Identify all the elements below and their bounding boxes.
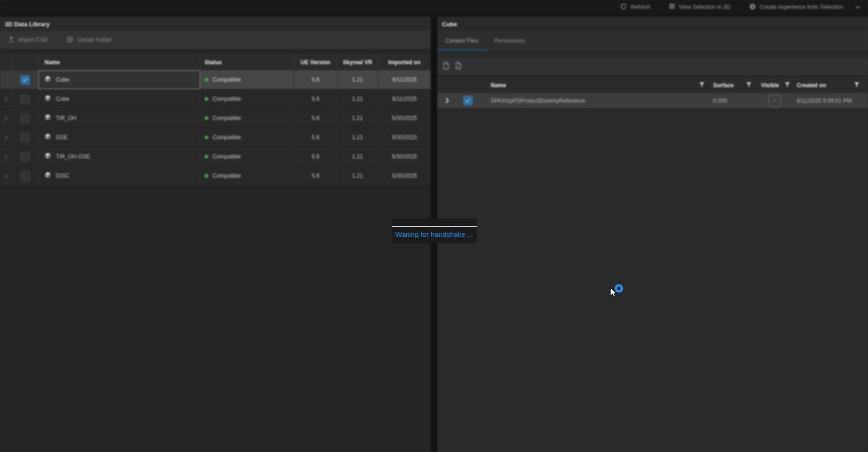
content-file-name: SPAXIcpPSProductDummyReference xyxy=(479,98,708,104)
imported-on-value: 5/30/2025 xyxy=(378,147,431,166)
table-row[interactable]: SPAXIcpPSProductDummyReference 0.000 8/1… xyxy=(437,93,868,109)
column-header-skyreal-vr[interactable]: Skyreal VR xyxy=(337,54,378,70)
view-selection-3d-button[interactable]: View Selection in 3D xyxy=(669,3,731,11)
filter-icon[interactable] xyxy=(854,82,860,89)
cube-icon xyxy=(45,152,51,161)
asset-name: GSE xyxy=(56,134,68,141)
upload-icon xyxy=(8,36,14,44)
table-row[interactable]: Cube Compatible 5.6 1.21 8/11/2025 xyxy=(0,90,431,109)
app-window: Refresh View Selection in 3D Create expe… xyxy=(0,0,868,452)
ue-version-value: 5.6 xyxy=(294,70,337,89)
grid-icon xyxy=(669,3,675,11)
cube-icon xyxy=(45,95,51,103)
content-files-table-header: Name Surface Visible xyxy=(437,78,868,93)
column-header-imported-on[interactable]: Imported on xyxy=(378,54,431,70)
view-selection-3d-label: View Selection in 3D xyxy=(679,4,731,10)
column-header-visible[interactable]: Visible xyxy=(761,82,779,89)
spacer xyxy=(437,51,868,58)
column-header-name[interactable]: Name xyxy=(38,54,201,70)
create-folder-label: Create Folder xyxy=(77,37,112,43)
table-row[interactable]: GSE Compatible 5.6 1.21 5/30/2025 xyxy=(0,128,431,147)
visible-checkbox[interactable] xyxy=(768,94,781,107)
status-label: Compatible xyxy=(213,173,241,179)
skyreal-vr-value: 1.21 xyxy=(337,90,378,108)
file-copy-icon-button[interactable] xyxy=(455,62,461,71)
row-checkbox[interactable] xyxy=(20,133,30,143)
surface-value: 0.000 xyxy=(708,98,755,104)
status-dot xyxy=(205,155,208,158)
expand-chevron-icon[interactable] xyxy=(5,173,8,179)
check-icon xyxy=(465,98,471,103)
expand-chevron-icon[interactable] xyxy=(5,97,8,102)
spacer xyxy=(0,49,431,54)
column-header-ue-version[interactable]: UE Version xyxy=(294,54,337,70)
create-experience-label: Create experience from Selection xyxy=(760,4,843,10)
tab-content-files[interactable]: Content Files xyxy=(437,31,487,51)
import-cad-button[interactable]: Import CAD xyxy=(8,36,48,44)
filter-icon[interactable] xyxy=(699,82,705,89)
table-row[interactable]: TIR_OH Compatible 5.6 1.21 5/30/2025 xyxy=(0,109,431,128)
status-dot xyxy=(205,116,208,120)
column-header-status[interactable]: Status xyxy=(201,54,294,70)
create-experience-button[interactable]: Create experience from Selection xyxy=(749,3,843,11)
cube-icon xyxy=(45,133,51,142)
ue-version-value: 5.6 xyxy=(294,166,337,185)
topbar-dropdown-button[interactable] xyxy=(855,4,860,10)
status-dot xyxy=(205,136,208,139)
content-files-toolbar xyxy=(437,58,868,75)
row-checkbox[interactable] xyxy=(20,113,30,123)
file-icon-button[interactable] xyxy=(443,62,449,71)
imported-on-value: 8/11/2025 xyxy=(378,70,431,89)
status-dot xyxy=(205,174,208,178)
expand-chevron-icon[interactable] xyxy=(5,116,8,121)
ue-version-value: 5.6 xyxy=(294,128,337,147)
column-header-surface[interactable]: Surface xyxy=(713,82,734,89)
row-checkbox[interactable] xyxy=(20,171,30,181)
status-dot xyxy=(205,78,208,82)
handshake-popup: Waiting for handshake ... xyxy=(392,218,477,243)
refresh-button[interactable]: Refresh xyxy=(620,3,650,11)
status-label: Compatible xyxy=(213,134,241,141)
refresh-label: Refresh xyxy=(631,4,650,10)
asset-name: TIR_OH xyxy=(56,115,76,121)
detail-tabbar: Content Files Permissions xyxy=(437,31,868,51)
asset-name: Cube xyxy=(56,96,69,102)
asset-name: DISC xyxy=(56,173,69,179)
import-cad-label: Import CAD xyxy=(18,37,48,43)
row-checkbox[interactable] xyxy=(20,152,30,162)
table-row[interactable]: TIR_OH-GSE Compatible 5.6 1.21 5/30/2025 xyxy=(0,147,431,166)
column-header-created-on[interactable]: Created on xyxy=(797,82,826,89)
circle-plus-icon xyxy=(67,36,73,44)
column-header-name[interactable]: Name xyxy=(491,82,506,89)
imported-on-value: 8/11/2025 xyxy=(378,90,431,108)
expand-chevron-icon[interactable] xyxy=(445,98,449,104)
status-dot xyxy=(205,97,208,101)
left-panel-title: 3D Data Library xyxy=(0,17,431,31)
cube-icon xyxy=(45,114,51,122)
filter-icon[interactable] xyxy=(784,82,790,89)
detail-panel: Cube Content Files Permissions xyxy=(437,17,868,452)
status-label: Compatible xyxy=(213,153,241,160)
expand-chevron-icon[interactable] xyxy=(5,154,8,159)
checkbox-column-header xyxy=(12,54,38,70)
skyreal-vr-value: 1.21 xyxy=(337,128,378,147)
skyreal-vr-value: 1.21 xyxy=(337,109,378,128)
table-row[interactable]: Cube Compatible 5.6 1.21 8/11/2025 xyxy=(0,70,431,90)
imported-on-value: 5/30/2025 xyxy=(378,109,431,128)
left-panel-toolbar: Import CAD Create Folder xyxy=(0,31,431,49)
create-folder-button[interactable]: Create Folder xyxy=(67,36,112,44)
cube-icon xyxy=(45,172,51,180)
row-checkbox[interactable] xyxy=(20,75,30,85)
status-label: Compatible xyxy=(213,115,241,121)
refresh-icon xyxy=(620,3,627,11)
imported-on-value: 5/30/2025 xyxy=(378,166,431,185)
library-table-header: Name Status UE Version Skyreal VR Import… xyxy=(0,54,431,70)
row-checkbox[interactable] xyxy=(20,94,30,104)
tab-permissions[interactable]: Permissions xyxy=(487,31,533,51)
filter-icon[interactable] xyxy=(746,82,752,89)
imported-on-value: 5/30/2025 xyxy=(378,128,431,147)
table-row[interactable]: DISC Compatible 5.6 1.21 5/30/2025 xyxy=(0,166,431,186)
expand-chevron-icon[interactable] xyxy=(5,135,8,140)
top-toolbar: Refresh View Selection in 3D Create expe… xyxy=(0,0,868,14)
row-checkbox[interactable] xyxy=(463,96,473,105)
